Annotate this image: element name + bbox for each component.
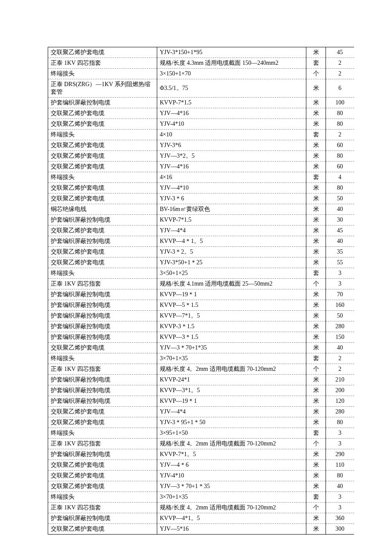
cell-qty: 3: [326, 439, 354, 449]
cell-unit: 米: [306, 513, 326, 524]
cell-name: 交联聚乙烯护套电缆: [48, 225, 157, 236]
cell-qty: 2: [326, 69, 354, 79]
cell-spec: KVVP—19＊1: [157, 396, 306, 407]
cell-qty: 80: [326, 108, 354, 119]
cell-qty: 80: [326, 183, 354, 194]
cell-name: 护套编织屏蔽控制电缆: [48, 311, 157, 321]
table-row: 交联聚乙烯护套电缆YJV-3＊95+1＊50米80: [48, 417, 354, 428]
cell-qty: 80: [326, 119, 354, 130]
cell-spec: YJV—4*4: [157, 225, 306, 236]
cell-qty: 3: [326, 428, 354, 439]
cell-unit: 米: [306, 311, 326, 321]
cell-qty: 210: [326, 375, 354, 385]
cell-spec: 3×95+1×50: [157, 428, 306, 439]
cell-spec: KVVP-7*1。5: [157, 449, 306, 460]
table-row: 交联聚乙烯护套电缆YJV—4*16米80: [48, 108, 354, 119]
table-row: 交联聚乙烯护套电缆YJV—5*16米300: [48, 524, 354, 535]
cell-spec: YJV—3＊70+1＊35: [157, 481, 306, 492]
cell-spec: YJV—4*4: [157, 407, 306, 417]
cell-spec: KVVP-3＊1.5: [157, 321, 306, 332]
cell-spec: YJV-4*10: [157, 471, 306, 481]
cell-spec: 规格/长度 4。2mm 适用电缆截面 70-120mm2: [157, 503, 306, 513]
cell-unit: 米: [306, 257, 326, 268]
table-row: 终端接头3×70+1×35套2: [48, 353, 354, 364]
cell-spec: 3×70+1×35: [157, 353, 306, 364]
table-row: 交联聚乙烯护套电缆YJV—4*4米280: [48, 407, 354, 417]
table-row: 护套编织屏蔽控制电缆KVVP-7*1.5米30: [48, 215, 354, 225]
table-row: 终端接头4×10套2: [48, 130, 354, 140]
cell-qty: 70: [326, 289, 354, 300]
table-row: 正泰 1KV 四芯指套规格/长度 4.1mm 适用电缆截面 25—50mm2个3: [48, 279, 354, 289]
cell-name: 交联聚乙烯护套电缆: [48, 524, 157, 535]
cell-unit: 套: [306, 58, 326, 69]
cell-unit: 米: [306, 396, 326, 407]
cell-name: 护套编织屏蔽控制电缆: [48, 300, 157, 311]
cell-unit: 米: [306, 140, 326, 151]
cell-qty: 80: [326, 471, 354, 481]
cell-name: 交联聚乙烯护套电缆: [48, 257, 157, 268]
cell-spec: YJV-3*50+1＊25: [157, 257, 306, 268]
cell-name: 交联聚乙烯护套电缆: [48, 108, 157, 119]
cell-qty: 2: [326, 58, 354, 69]
cell-name: 交联聚乙烯护套电缆: [48, 162, 157, 172]
cell-unit: 米: [306, 343, 326, 353]
table-row: 交联聚乙烯护套电缆YJV—3*2。5米80: [48, 151, 354, 162]
cell-unit: 套: [306, 428, 326, 439]
cell-spec: 规格/长度 4。2mm 适用电缆截面 70-120mm2: [157, 364, 306, 375]
cell-unit: 套: [306, 130, 326, 140]
cell-qty: 300: [326, 524, 354, 535]
table-row: 交联聚乙烯护套电缆YJV-3＊2。5米35: [48, 247, 354, 257]
cell-qty: 40: [326, 204, 354, 215]
table-row: 护套编织屏蔽控制电缆KVVP—19＊1米120: [48, 396, 354, 407]
cell-qty: 80: [326, 417, 354, 428]
cell-spec: KVVP—3＊1.5: [157, 332, 306, 343]
cell-unit: 米: [306, 162, 326, 172]
cell-qty: 50: [326, 194, 354, 204]
table-row: 护套编织屏蔽控制电缆KVVP—3＊1.5米150: [48, 332, 354, 343]
cell-spec: YJV—4*16: [157, 162, 306, 172]
cell-spec: KVVP-7*1.5: [157, 98, 306, 108]
cell-unit: 米: [306, 375, 326, 385]
cell-qty: 290: [326, 449, 354, 460]
table-row: 交联聚乙烯护套电缆YJV-4*10米80: [48, 471, 354, 481]
table-row: 正泰 1KV 四芯指套规格/长度 4。2mm 适用电缆截面 70-120mm2个…: [48, 439, 354, 449]
cell-name: 交联聚乙烯护套电缆: [48, 47, 157, 58]
cell-qty: 3: [326, 268, 354, 279]
table-row: 交联聚乙烯护套电缆YJV—4＊6米110: [48, 460, 354, 471]
cell-unit: 个: [306, 503, 326, 513]
cell-name: 交联聚乙烯护套电缆: [48, 417, 157, 428]
table-row: 护套编织屏蔽控制电缆KVVP-7*1。5米290: [48, 449, 354, 460]
cell-unit: 个: [306, 364, 326, 375]
cell-name: 正泰 1KV 四芯指套: [48, 279, 157, 289]
table-row: 护套编织屏蔽控制电缆KVVP—5＊1.5米160: [48, 300, 354, 311]
cell-unit: 米: [306, 215, 326, 225]
cell-spec: YJV—4*10: [157, 183, 306, 194]
cell-spec: 规格/长度 4.3mm 适用电缆截面 150—240mm2: [157, 58, 306, 69]
table-row: 正泰 1KV 四芯指套规格/长度 4.3mm 适用电缆截面 150—240mm2…: [48, 58, 354, 69]
table-row: 护套编织屏蔽控制电缆KVVP-24*1米210: [48, 375, 354, 385]
cell-spec: 3×70+1×35: [157, 492, 306, 503]
cell-unit: 个: [306, 279, 326, 289]
cell-spec: YJV—5*16: [157, 524, 306, 535]
table-row: 终端接头3×95+1×50套3: [48, 428, 354, 439]
cell-spec: 规格/长度 4.1mm 适用电缆截面 25—50mm2: [157, 279, 306, 289]
cell-name: 正泰 1KV 四芯指套: [48, 503, 157, 513]
cell-spec: Φ3.5/1。75: [157, 79, 306, 98]
table-row: 交联聚乙烯护套电缆YJV-3*50+1＊25米55: [48, 257, 354, 268]
cell-qty: 3: [326, 503, 354, 513]
cell-name: 正泰 1KV 四芯指套: [48, 364, 157, 375]
cell-spec: YJV-3＊6: [157, 194, 306, 204]
cell-unit: 米: [306, 417, 326, 428]
cell-unit: 米: [306, 236, 326, 247]
table-row: 交联聚乙烯护套电缆YJV-3*150+1*95米45: [48, 47, 354, 58]
cell-unit: 米: [306, 385, 326, 396]
cell-unit: 米: [306, 300, 326, 311]
cell-unit: 套: [306, 492, 326, 503]
cell-qty: 35: [326, 247, 354, 257]
cell-unit: 米: [306, 98, 326, 108]
cell-qty: 280: [326, 407, 354, 417]
cell-unit: 米: [306, 183, 326, 194]
cell-unit: 个: [306, 439, 326, 449]
table-row: 正泰 1KV 四芯指套规格/长度 4。2mm 适用电缆截面 70-120mm2个…: [48, 503, 354, 513]
cell-qty: 45: [326, 47, 354, 58]
